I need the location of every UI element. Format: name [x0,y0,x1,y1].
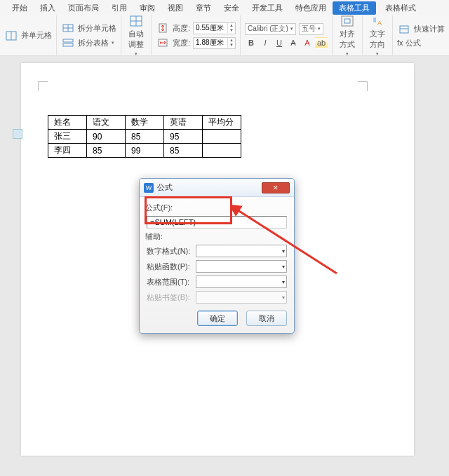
font-name-dropdown[interactable]: Calibri (正文)▾ [245,23,296,35]
menu-special-apps[interactable]: 特色应用 [289,3,333,13]
svg-rect-16 [400,26,408,33]
merge-cells-label: 并单元格 [21,30,52,41]
svg-rect-12 [342,16,353,26]
table-range-combo[interactable]: ▾ [196,276,287,288]
text-dir-icon: ||A [370,15,384,27]
menu-references[interactable]: 引用 [105,3,133,13]
app-icon: W [144,183,154,193]
close-button[interactable]: ✕ [262,182,290,193]
table-header-row: 姓名 语文 数学 英语 平均分 [48,116,241,130]
split-table-icon [61,36,75,49]
menu-table-style[interactable]: 表格样式 [379,3,422,13]
ok-button[interactable]: 确定 [197,311,238,326]
autofit-icon [129,15,143,27]
page-side-icon [13,129,22,139]
font-name-value: Calibri (正文) [248,24,288,34]
fast-calc-button[interactable]: 快速计算 [397,23,445,36]
table-row: 张三 90 85 95 [48,130,241,144]
split-cells-icon [61,22,75,34]
font-size-dropdown[interactable]: 五号▾ [299,23,323,35]
menu-review[interactable]: 审阅 [133,3,161,13]
table-range-label: 表格范围(T): [147,277,193,287]
table-cell[interactable]: 99 [126,144,164,158]
split-cells-label: 拆分单元格 [78,23,116,34]
svg-rect-5 [63,39,73,42]
cancel-button[interactable]: 取消 [246,311,287,326]
table-cell[interactable] [203,144,241,158]
paste-bookmark-label: 粘贴书签(B): [147,292,193,303]
table-cell[interactable]: 张三 [48,130,87,144]
width-input[interactable] [194,39,227,47]
menu-start[interactable]: 开始 [6,3,34,13]
close-icon: ✕ [273,184,279,191]
merge-cells-icon [4,29,18,42]
table-header-cell[interactable]: 英语 [164,116,203,130]
menu-insert[interactable]: 插入 [34,3,62,13]
text-dir-label: 文字方向 [370,29,385,50]
num-format-label: 数字格式(N): [147,246,193,257]
chevron-down-icon: ▾ [282,294,285,301]
dialog-titlebar[interactable]: W 公式 ✕ [140,179,294,197]
dialog-body: 公式(F): 辅助: 数字格式(N): ▾ 粘贴函数(P): ▾ 表格范围(T)… [140,197,294,333]
height-spinner[interactable]: ▲▼ [193,22,236,34]
menu-security[interactable]: 安全 [217,3,246,13]
table-header-cell[interactable]: 平均分 [203,116,241,130]
height-input[interactable] [194,25,227,32]
autofit-label: 自动调整 [128,29,144,50]
menu-sections[interactable]: 章节 [189,3,217,13]
table-cell[interactable] [203,130,241,144]
table-header-cell[interactable]: 数学 [126,116,164,130]
dialog-title: 公式 [157,182,262,193]
paste-bookmark-combo: ▾ [196,291,287,304]
formula-input[interactable] [147,216,287,229]
autofit-button[interactable]: 自动调整▾ [126,15,147,57]
menu-dev-tools[interactable]: 开发工具 [246,3,289,13]
font-color-button[interactable]: A [301,37,314,48]
split-cells-button[interactable]: 拆分单元格 [61,22,116,34]
width-label: 宽度: [173,38,190,48]
merge-cells-button[interactable]: 并单元格 [4,29,52,42]
svg-text:A: A [377,20,382,27]
paste-func-combo[interactable]: ▾ [196,260,287,273]
italic-button[interactable]: I [259,37,272,48]
ribbon-group-font: Calibri (正文)▾ 五号▾ B I U A A ab [241,15,333,55]
table-header-cell[interactable]: 语文 [87,116,126,130]
table-cell[interactable]: 85 [87,144,126,158]
bold-button[interactable]: B [245,37,257,48]
fast-calc-label: 快速计算 [414,24,445,34]
table-cell[interactable]: 85 [164,144,203,158]
font-size-value: 五号 [302,24,316,34]
num-format-combo[interactable]: ▾ [196,245,287,257]
document-table[interactable]: 姓名 语文 数学 英语 平均分 张三 90 85 95 李四 85 99 85 [48,115,241,158]
ribbon-group-autofit: 自动调整▾ [121,15,152,55]
table-cell[interactable]: 95 [164,130,203,144]
text-dir-button[interactable]: ||A 文字方向▾ [367,15,388,57]
underline-button[interactable]: U [273,37,286,48]
highlight-button[interactable]: ab [315,37,328,48]
table-header-cell[interactable]: 姓名 [48,116,87,130]
page-corner-tl [38,81,48,91]
ribbon-group-textdir: ||A 文字方向▾ [363,15,393,55]
split-table-label: 拆分表格 [78,38,109,48]
width-spinner[interactable]: ▲▼ [193,37,236,49]
menu-view[interactable]: 视图 [161,3,189,13]
formula-section-label: 公式(F): [145,203,287,213]
align-button[interactable]: 对齐方式▾ [337,15,358,57]
split-table-button[interactable]: 拆分表格▾ [61,36,116,49]
menu-table-tools[interactable]: 表格工具 [333,1,376,15]
chevron-down-icon: ▾ [282,248,285,254]
width-icon [156,36,170,49]
menu-page-layout[interactable]: 页面布局 [62,3,105,13]
ribbon-group-align: 对齐方式▾ [333,15,363,55]
strike-button[interactable]: A [287,37,300,48]
table-cell[interactable]: 90 [87,130,126,144]
formula-button[interactable]: fx 公式 [397,38,445,48]
menu-bar: 开始 插入 页面布局 引用 审阅 视图 章节 安全 开发工具 特色应用 表格工具… [0,0,449,15]
align-label: 对齐方式 [340,29,355,50]
table-cell[interactable]: 李四 [48,144,87,158]
paste-func-label: 粘贴函数(P): [147,261,193,272]
chevron-down-icon: ▾ [282,264,285,270]
table-cell[interactable]: 85 [126,130,164,144]
fast-calc-icon [397,23,411,36]
chevron-down-icon: ▾ [282,279,285,285]
